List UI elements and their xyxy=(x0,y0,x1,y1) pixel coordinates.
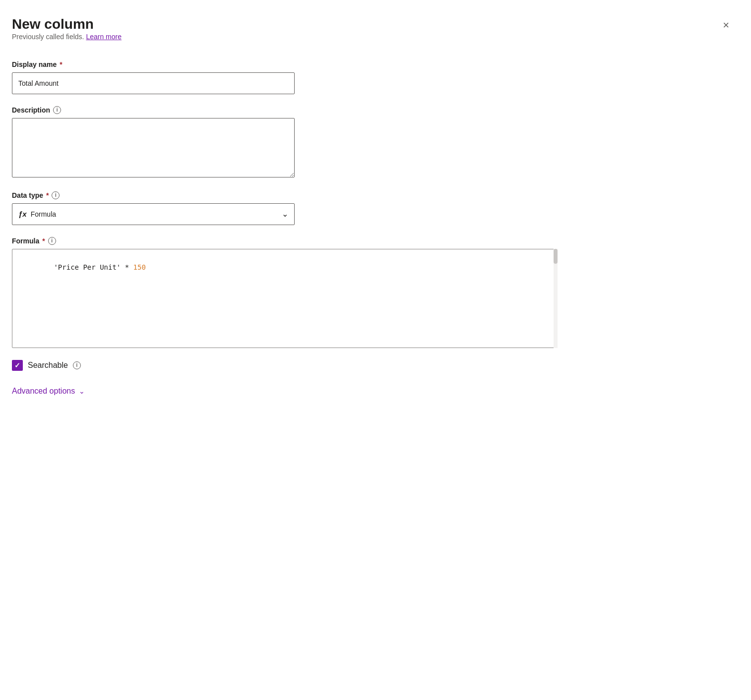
data-type-select[interactable]: ƒx Formula ⌄ xyxy=(12,203,295,225)
formula-string-part: 'Price Per Unit' xyxy=(54,263,121,271)
display-name-section: Display name * xyxy=(12,60,731,94)
data-type-required: * xyxy=(46,191,49,199)
panel-title: New column xyxy=(12,16,122,33)
display-name-input[interactable] xyxy=(12,72,295,94)
data-type-label: Data type * i xyxy=(12,191,731,199)
searchable-checkbox[interactable]: ✓ xyxy=(12,360,23,371)
searchable-row: ✓ Searchable i xyxy=(12,360,731,371)
formula-required: * xyxy=(42,237,45,245)
description-section: Description i xyxy=(12,106,731,179)
data-type-section: Data type * i ƒx Formula ⌄ xyxy=(12,191,731,225)
data-type-select-left: ƒx Formula xyxy=(18,210,56,218)
formula-operator-part: * xyxy=(121,263,133,271)
data-type-info-icon[interactable]: i xyxy=(52,191,60,199)
new-column-panel: New column Previously called fields. Lea… xyxy=(0,0,751,700)
data-type-chevron-icon: ⌄ xyxy=(282,209,288,219)
formula-section: Formula * i 'Price Per Unit' * 150 xyxy=(12,237,731,348)
searchable-info-icon[interactable]: i xyxy=(73,361,81,369)
description-label: Description i xyxy=(12,106,731,114)
description-input[interactable] xyxy=(12,118,295,177)
panel-header: New column Previously called fields. Lea… xyxy=(12,16,731,57)
formula-scrollbar[interactable] xyxy=(554,249,558,348)
formula-info-icon[interactable]: i xyxy=(48,237,56,245)
formula-editor[interactable]: 'Price Per Unit' * 150 xyxy=(12,249,558,348)
panel-title-area: New column Previously called fields. Lea… xyxy=(12,16,122,57)
learn-more-link[interactable]: Learn more xyxy=(86,33,122,41)
display-name-required: * xyxy=(60,60,62,68)
check-icon: ✓ xyxy=(14,362,20,369)
data-type-select-wrapper: ƒx Formula ⌄ xyxy=(12,203,295,225)
formula-label: Formula * i xyxy=(12,237,731,245)
close-button[interactable]: × xyxy=(721,18,731,33)
formula-editor-wrapper: 'Price Per Unit' * 150 xyxy=(12,249,558,348)
description-info-icon[interactable]: i xyxy=(53,106,61,114)
panel-subtitle: Previously called fields. Learn more xyxy=(12,33,122,41)
advanced-options-label: Advanced options xyxy=(12,387,75,396)
display-name-label: Display name * xyxy=(12,60,731,68)
data-type-value: Formula xyxy=(31,210,56,218)
formula-scrollbar-thumb xyxy=(554,249,558,264)
formula-number-part: 150 xyxy=(133,263,146,271)
searchable-label: Searchable xyxy=(28,361,68,370)
advanced-options-chevron-icon: ⌄ xyxy=(79,387,85,395)
formula-icon: ƒx xyxy=(18,210,27,218)
advanced-options-row[interactable]: Advanced options ⌄ xyxy=(12,387,731,396)
